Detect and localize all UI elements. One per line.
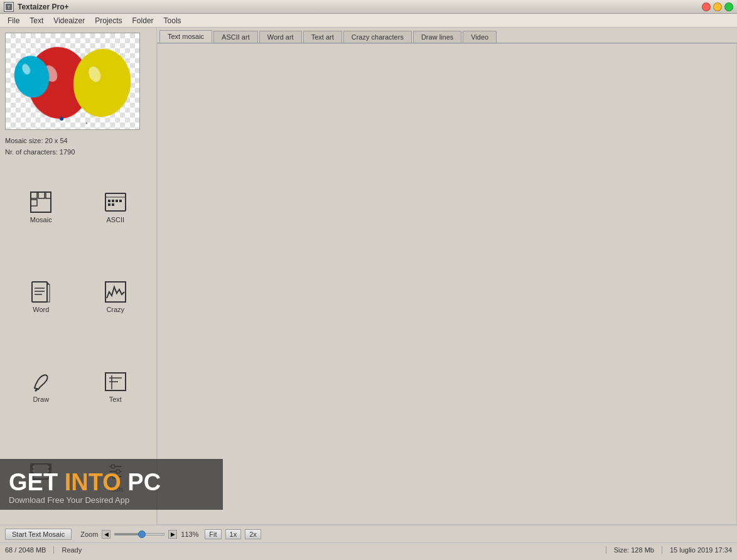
bottom-toolbar: Start Text Mosaic Zoom ◀ ▶ 113% Fit 1x 2…: [0, 525, 737, 542]
svg-rect-3: [31, 192, 37, 198]
svg-rect-15: [32, 282, 47, 302]
svg-rect-5: [46, 192, 51, 198]
tab-ascii-art[interactable]: ASCII art: [213, 31, 258, 43]
svg-rect-4: [38, 192, 45, 198]
maximize-button[interactable]: [724, 3, 733, 11]
zoom-decrease-button[interactable]: ◀: [102, 530, 110, 539]
status-memory: 68 / 2048 MB: [5, 546, 53, 554]
tool-draw-label: Draw: [33, 396, 49, 403]
sidebar: Mosaic size: 20 x 54 Nr. of characters: …: [0, 28, 157, 525]
status-bar: 68 / 2048 MB Ready Size: 128 Mb 15 lugli…: [0, 542, 737, 556]
watermark: GET INTO PC Download Free Your Desired A…: [0, 459, 223, 510]
svg-rect-20: [105, 282, 126, 302]
status-datetime: 15 luglio 2019 17:34: [662, 546, 732, 554]
watermark-title: GET INTO PC: [9, 470, 214, 494]
window-controls: [702, 3, 733, 11]
tab-video[interactable]: Video: [463, 31, 497, 43]
text-tool-icon: [104, 370, 127, 393]
info-text: Mosaic size: 20 x 54 Nr. of characters: …: [5, 135, 151, 158]
zoom-slider[interactable]: [114, 533, 164, 536]
nr-characters: Nr. of characters: 1790: [5, 146, 151, 158]
tool-word[interactable]: Word: [5, 254, 77, 341]
zoom-2x-button[interactable]: 2x: [245, 529, 261, 539]
tabs-bar: Text mosaic ASCII art Word art Text art …: [157, 28, 737, 43]
menu-folder[interactable]: Folder: [127, 15, 159, 26]
status-ready: Ready: [53, 546, 333, 554]
preview-container: [5, 33, 140, 130]
crazy-icon: [104, 281, 127, 303]
status-size: Size: 128 Mb: [606, 546, 662, 554]
title-bar-left: T Textaizer Pro+: [4, 2, 68, 12]
zoom-fit-button[interactable]: Fit: [205, 529, 221, 539]
menu-tools[interactable]: Tools: [159, 15, 186, 26]
menu-videaizer[interactable]: Videaizer: [48, 15, 90, 26]
mosaic-icon: [30, 191, 52, 213]
mosaic-size: Mosaic size: 20 x 54: [5, 135, 151, 146]
ascii-icon: [104, 191, 127, 213]
tab-word-art[interactable]: Word art: [259, 31, 302, 43]
preview-canvas: [6, 33, 139, 129]
word-icon: [30, 281, 52, 303]
tab-crazy-characters[interactable]: Crazy characters: [343, 31, 412, 43]
tool-ascii-label: ASCII: [106, 216, 124, 223]
zoom-increase-button[interactable]: ▶: [168, 530, 177, 539]
title-bar: T Textaizer Pro+: [0, 0, 737, 14]
svg-rect-6: [31, 200, 37, 206]
start-text-mosaic-button[interactable]: Start Text Mosaic: [5, 529, 72, 540]
svg-rect-14: [119, 200, 122, 202]
svg-rect-13: [112, 203, 114, 206]
tool-text-label: Text: [109, 396, 122, 403]
tool-word-label: Word: [33, 306, 49, 313]
app-title: Textaizer Pro+: [18, 3, 68, 11]
tab-text-mosaic[interactable]: Text mosaic: [159, 30, 212, 43]
svg-rect-2: [31, 192, 51, 212]
content-panel: [157, 43, 737, 525]
svg-rect-11: [116, 200, 118, 202]
tab-text-art[interactable]: Text art: [303, 31, 342, 43]
tool-draw[interactable]: Draw: [5, 343, 77, 431]
zoom-percent: 113%: [181, 530, 201, 538]
close-button[interactable]: [702, 3, 711, 11]
tool-text[interactable]: Text: [80, 343, 152, 431]
content-area: Text mosaic ASCII art Word art Text art …: [157, 28, 737, 525]
svg-rect-10: [112, 200, 114, 202]
tool-crazy[interactable]: Crazy: [80, 254, 152, 341]
app-icon: T: [4, 2, 14, 12]
tool-ascii[interactable]: ASCII: [80, 164, 152, 251]
main-container: Mosaic size: 20 x 54 Nr. of characters: …: [0, 28, 737, 525]
svg-rect-9: [108, 200, 110, 202]
zoom-1x-button[interactable]: 1x: [225, 529, 242, 539]
menu-bar: File Text Videaizer Projects Folder Tool…: [0, 14, 737, 28]
zoom-label: Zoom: [80, 530, 98, 538]
svg-text:T: T: [8, 4, 11, 10]
tool-mosaic-label: Mosaic: [30, 216, 52, 223]
minimize-button[interactable]: [713, 3, 722, 11]
draw-icon: [30, 370, 52, 393]
watermark-subtitle: Download Free Your Desired App: [9, 495, 214, 505]
menu-projects[interactable]: Projects: [90, 15, 127, 26]
tab-draw-lines[interactable]: Draw lines: [413, 31, 461, 43]
menu-text[interactable]: Text: [24, 15, 48, 26]
menu-file[interactable]: File: [3, 15, 24, 26]
svg-rect-12: [108, 203, 110, 206]
tool-mosaic[interactable]: Mosaic: [5, 164, 77, 251]
tool-crazy-label: Crazy: [106, 306, 124, 313]
